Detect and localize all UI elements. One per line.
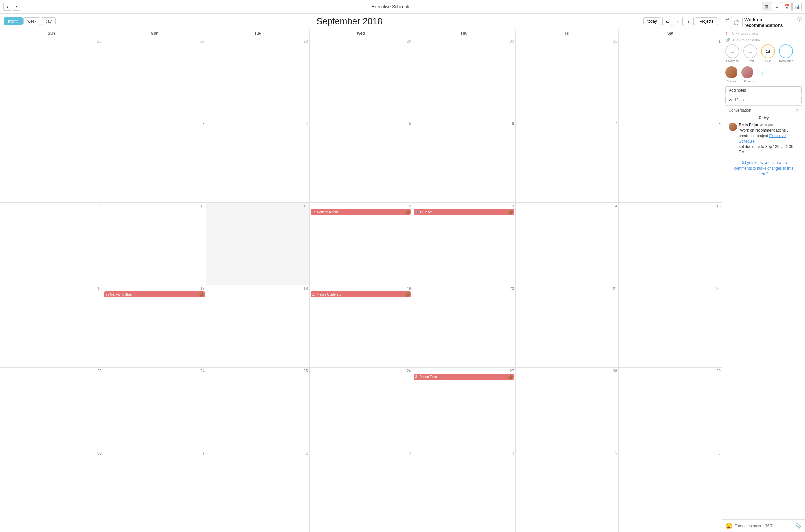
- add-link-area[interactable]: Click to add a link: [733, 38, 761, 42]
- cal-cell-w4-d2[interactable]: 25: [206, 367, 310, 450]
- cal-cell-w1-d0[interactable]: 2: [0, 120, 103, 202]
- owner-avatar: [726, 66, 737, 78]
- cal-cell-w4-d1[interactable]: 24: [103, 367, 206, 450]
- today-line-right: [771, 118, 799, 118]
- add-tags-area[interactable]: Click to add tags: [732, 32, 758, 35]
- cal-cell-w5-d3[interactable]: 3: [310, 450, 413, 532]
- cal-cell-w3-d1[interactable]: 177a Marketing Strar...: [103, 285, 206, 367]
- header-tue: Tue: [206, 29, 310, 38]
- add-icon-button[interactable]: Add Icon: [731, 17, 743, 28]
- cal-cell-w0-d2[interactable]: 28: [206, 38, 310, 120]
- cal-event-w2-d4-e0[interactable]: 🔗 4p Jason: [414, 209, 514, 215]
- progress-label: Progress: [726, 59, 739, 63]
- cal-cell-w0-d6[interactable]: 1: [619, 38, 722, 120]
- tab-week[interactable]: week: [23, 18, 40, 25]
- reminder-circle[interactable]: ...: [779, 44, 793, 58]
- due-circle[interactable]: 1d: [761, 44, 775, 58]
- cal-cell-w4-d5[interactable]: 28: [515, 367, 619, 450]
- calendar-grid: Sun Mon Tue Wed Thu Fri Sat 262728293031…: [0, 29, 722, 532]
- conversation-menu-icon[interactable]: ≡: [796, 108, 799, 113]
- cal-cell-w2-d3[interactable]: 121p Work on recom...: [310, 203, 413, 285]
- cal-cell-w3-d3[interactable]: 192p Preces Confere...: [310, 285, 413, 367]
- add-notes-button[interactable]: Add notes: [726, 86, 802, 95]
- day-num-w1-d4: 6: [414, 121, 514, 126]
- cal-cell-w1-d1[interactable]: 3: [103, 120, 206, 202]
- add-person-button[interactable]: +: [757, 69, 767, 79]
- cal-cell-w0-d5[interactable]: 31: [515, 38, 619, 120]
- cal-cell-w3-d6[interactable]: 22: [619, 285, 722, 367]
- commenter-avatar: [729, 123, 737, 131]
- add-files-button[interactable]: Add files: [726, 96, 802, 104]
- view-chart-button[interactable]: 📊: [792, 2, 802, 12]
- projects-button[interactable]: Projects: [695, 18, 718, 25]
- cal-cell-w5-d2[interactable]: 2: [206, 450, 310, 532]
- calendar-nav: today 🖨 ‹ › Projects: [643, 17, 718, 26]
- day-num-w4-d6: 29: [620, 369, 720, 373]
- cal-cell-w3-d4[interactable]: 20: [413, 285, 515, 367]
- cal-cell-w4-d3[interactable]: 26: [310, 367, 413, 450]
- cal-cell-w5-d4[interactable]: 4: [413, 450, 515, 532]
- tab-day[interactable]: day: [41, 18, 55, 25]
- view-calendar-button[interactable]: 📅: [782, 2, 792, 12]
- cal-cell-w1-d4[interactable]: 6: [413, 120, 515, 202]
- calendar-weeks: 2627282930311234567891011121p Work on re…: [0, 38, 722, 532]
- day-num-w3-d0: 16: [1, 286, 102, 291]
- cal-cell-w1-d5[interactable]: 7: [515, 120, 619, 202]
- cal-cell-w4-d6[interactable]: 29: [619, 367, 722, 450]
- cal-cell-w0-d4[interactable]: 30: [413, 38, 515, 120]
- day-num-w3-d1: 17: [105, 286, 205, 291]
- cal-cell-w4-d4[interactable]: 273p Report Time: [413, 367, 515, 450]
- cal-cell-w5-d6[interactable]: 6: [619, 450, 722, 532]
- cal-cell-w5-d1[interactable]: 1: [103, 450, 206, 532]
- cal-event-w4-d4-e0[interactable]: 3p Report Time: [414, 374, 514, 380]
- nav-prev-button[interactable]: ‹: [3, 3, 12, 11]
- tab-month[interactable]: month: [4, 18, 23, 25]
- cal-event-avatar-w2-d3-e0: [405, 210, 409, 214]
- did-you-know-text: Did you know you can write comments to m…: [729, 157, 799, 179]
- cal-cell-w2-d0[interactable]: 9: [0, 203, 103, 285]
- cal-cell-w5-d5[interactable]: 5: [515, 450, 619, 532]
- attach-button[interactable]: 📎: [795, 523, 802, 529]
- info-button[interactable]: ⓘ: [797, 17, 802, 23]
- print-button[interactable]: 🖨: [662, 17, 672, 26]
- view-grid-button[interactable]: ⊞: [762, 2, 771, 12]
- cal-cell-w1-d2[interactable]: 4: [206, 120, 310, 202]
- cal-cell-w1-d6[interactable]: 8: [619, 120, 722, 202]
- cal-cell-w0-d1[interactable]: 27: [103, 38, 206, 120]
- cal-cell-w3-d0[interactable]: 16: [0, 285, 103, 367]
- progress-circle[interactable]: ...: [726, 44, 739, 58]
- nav-next-button[interactable]: ›: [12, 3, 20, 11]
- cal-event-w3-d1-e0[interactable]: 7a Marketing Strar...: [105, 291, 205, 297]
- cal-cell-w1-d3[interactable]: 5: [310, 120, 413, 202]
- cal-cell-w0-d3[interactable]: 29: [310, 38, 413, 120]
- cal-cell-w3-d2[interactable]: 18: [206, 285, 310, 367]
- calendar-section: month week day September 2018 today 🖨 ‹ …: [0, 14, 722, 532]
- cal-cell-w2-d6[interactable]: 15: [619, 203, 722, 285]
- header-wed: Wed: [310, 29, 413, 38]
- cal-event-w3-d3-e0[interactable]: 2p Preces Confere...: [311, 291, 411, 297]
- emoji-button[interactable]: 😀: [726, 522, 732, 529]
- cal-cell-w5-d0[interactable]: 30: [0, 450, 103, 532]
- comment-input[interactable]: [734, 524, 793, 528]
- today-button[interactable]: today: [643, 18, 661, 25]
- circle-effort: ... Effort: [743, 44, 757, 63]
- cal-prev-button[interactable]: ‹: [673, 17, 683, 26]
- cal-cell-w2-d5[interactable]: 14: [515, 203, 619, 285]
- cal-cell-w0-d0[interactable]: 26: [0, 38, 103, 120]
- cal-cell-w2-d4[interactable]: 13🔗 4p Jason: [413, 203, 515, 285]
- effort-circle[interactable]: ...: [743, 44, 757, 58]
- cal-next-button[interactable]: ›: [684, 17, 694, 26]
- day-num-w4-d2: 25: [208, 369, 308, 373]
- cal-cell-w2-d2[interactable]: 11: [206, 203, 310, 285]
- cal-cell-w3-d5[interactable]: 21: [515, 285, 619, 367]
- cal-cell-w2-d1[interactable]: 10: [103, 203, 206, 285]
- cal-week-3: 16177a Marketing Strar...18192p Preces C…: [0, 285, 722, 367]
- view-list-button[interactable]: ≡: [772, 2, 782, 12]
- day-num-w2-d6: 15: [620, 204, 720, 208]
- task-detail-header: ↩ Add Icon Work on recommendations ⓘ: [726, 17, 802, 28]
- cal-cell-w4-d0[interactable]: 23: [0, 367, 103, 450]
- undo-button[interactable]: ↩: [726, 17, 729, 22]
- day-num-w3-d2: 18: [208, 286, 308, 291]
- day-num-w0-d4: 30: [414, 39, 514, 43]
- cal-event-w2-d3-e0[interactable]: 1p Work on recom...: [311, 209, 411, 215]
